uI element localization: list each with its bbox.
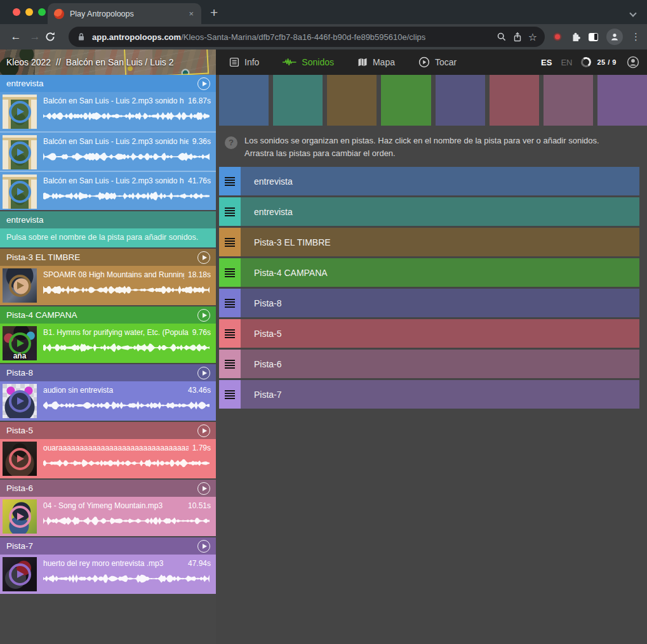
browser-menu-icon[interactable]: ⋮ bbox=[631, 31, 641, 43]
track-header[interactable]: entrevista bbox=[0, 75, 216, 92]
breadcrumb-project[interactable]: Kleos 2022 bbox=[6, 57, 51, 67]
track-color-swatch[interactable] bbox=[327, 75, 377, 126]
track-color-swatch[interactable] bbox=[273, 75, 323, 126]
waveform bbox=[43, 285, 210, 295]
forward-button[interactable]: → bbox=[25, 30, 44, 43]
zoom-window-button[interactable] bbox=[38, 8, 46, 16]
nav-label-sonidos: Sonidos bbox=[302, 57, 334, 67]
track-row[interactable]: Pista-6 bbox=[219, 350, 639, 378]
audio-clip[interactable]: ouaraaaaaaaaaaaaaaaaaaaaaaaaaaaaaaaaaa..… bbox=[0, 439, 216, 478]
drag-handle[interactable] bbox=[219, 380, 241, 409]
nav-item-tocar[interactable]: Tocar bbox=[418, 56, 457, 68]
track-name: Pista-5 bbox=[6, 426, 197, 435]
track-color-swatch[interactable] bbox=[219, 75, 269, 126]
drag-handle[interactable] bbox=[219, 350, 241, 378]
clip-thumbnail[interactable]: aña bbox=[3, 326, 37, 360]
zoom-page-icon[interactable] bbox=[497, 32, 507, 42]
track-header[interactable]: Pista-8 bbox=[0, 364, 216, 381]
clip-play-icon[interactable] bbox=[3, 95, 37, 129]
track-row[interactable]: Pista-5 bbox=[219, 319, 639, 348]
tab-search-chevron-icon[interactable] bbox=[629, 10, 636, 16]
side-panel-icon[interactable] bbox=[589, 33, 598, 41]
track-row-label: Pista-3 EL TIMBRE bbox=[254, 237, 331, 247]
clip-play-icon[interactable] bbox=[3, 384, 37, 418]
clip-thumbnail[interactable] bbox=[3, 442, 37, 476]
clip-thumbnail[interactable] bbox=[3, 174, 37, 209]
nav-item-sonidos[interactable]: Sonidos bbox=[283, 57, 334, 67]
track-play-button[interactable] bbox=[197, 482, 210, 495]
audio-clip[interactable]: huerto del rey moro entrevista .mp3 47.9… bbox=[0, 555, 216, 594]
sidebar-track-pista-4: Pista-4 CAMPANA aña B1. Hymns for purify… bbox=[0, 306, 216, 363]
track-color-swatch[interactable] bbox=[597, 75, 647, 126]
clip-duration: 41.76s bbox=[188, 176, 211, 185]
audio-clip[interactable]: SPOAMR 08 High Mountains and Running ...… bbox=[0, 266, 216, 305]
track-play-button[interactable] bbox=[197, 540, 210, 553]
track-header[interactable]: Pista-4 CAMPANA bbox=[0, 306, 216, 324]
nav-item-info[interactable]: Info bbox=[229, 57, 259, 67]
clip-thumbnail[interactable] bbox=[3, 557, 37, 591]
track-color-swatch[interactable] bbox=[381, 75, 430, 126]
audio-clip[interactable]: Balcón en San Luis - Luis 2.mp3 sonido h… bbox=[0, 171, 216, 210]
clip-play-icon[interactable] bbox=[3, 135, 37, 169]
clip-play-icon[interactable] bbox=[3, 442, 37, 476]
audio-clip[interactable]: 04 - Song of Yimeng Mountain.mp3 10.51s bbox=[0, 497, 216, 536]
track-header[interactable]: Pista-7 bbox=[0, 537, 216, 555]
track-header[interactable]: Pista-5 bbox=[0, 422, 216, 439]
tab-close-icon[interactable]: × bbox=[187, 9, 195, 18]
lang-toggle-en[interactable]: EN bbox=[561, 58, 572, 67]
track-play-button[interactable] bbox=[197, 367, 210, 379]
clip-thumbnail[interactable] bbox=[3, 268, 37, 303]
nav-item-mapa[interactable]: Mapa bbox=[357, 57, 395, 67]
track-play-button[interactable] bbox=[197, 251, 210, 264]
drag-handle[interactable] bbox=[219, 289, 241, 317]
new-tab-button[interactable]: + bbox=[210, 6, 218, 19]
drag-handle[interactable] bbox=[219, 197, 241, 226]
clip-thumbnail[interactable] bbox=[3, 135, 37, 169]
clip-thumbnail[interactable] bbox=[3, 95, 37, 129]
track-row[interactable]: Pista-7 bbox=[219, 380, 639, 409]
clip-play-icon[interactable] bbox=[3, 268, 37, 303]
track-play-button[interactable] bbox=[197, 77, 210, 90]
clip-play-icon[interactable] bbox=[3, 499, 37, 534]
audio-clip[interactable]: Balcón en San Luis - Luis 2.mp3 sonido h… bbox=[0, 92, 216, 131]
drag-handle[interactable] bbox=[219, 167, 241, 195]
lock-icon[interactable] bbox=[76, 32, 86, 42]
track-play-button[interactable] bbox=[197, 424, 210, 437]
clip-thumbnail[interactable] bbox=[3, 384, 37, 418]
close-window-button[interactable] bbox=[13, 8, 20, 16]
bookmark-star-icon[interactable]: ☆ bbox=[528, 31, 537, 43]
track-row[interactable]: entrevista bbox=[219, 167, 639, 195]
drag-handle[interactable] bbox=[219, 319, 241, 348]
track-color-swatch[interactable] bbox=[544, 75, 593, 126]
clip-play-icon[interactable] bbox=[3, 557, 37, 591]
track-color-swatch[interactable] bbox=[490, 75, 539, 126]
track-color-swatch[interactable] bbox=[436, 75, 485, 126]
track-header[interactable]: Pista-6 bbox=[0, 480, 216, 497]
track-row[interactable]: entrevista bbox=[219, 197, 639, 226]
audio-clip[interactable]: Balcón en San Luis - Luis 2.mp3 sonido h… bbox=[0, 131, 216, 171]
extensions-puzzle-icon[interactable] bbox=[570, 32, 580, 43]
reload-button[interactable] bbox=[44, 31, 63, 43]
drag-handle[interactable] bbox=[219, 228, 241, 256]
clip-play-icon[interactable] bbox=[3, 174, 37, 209]
drag-handle[interactable] bbox=[219, 258, 241, 287]
url-bar[interactable]: app.antropoloops.com/Kleos-Santa-Marina/… bbox=[69, 27, 545, 47]
share-icon[interactable] bbox=[512, 32, 523, 42]
track-row[interactable]: Pista-8 bbox=[219, 289, 639, 317]
back-button[interactable]: ← bbox=[6, 30, 25, 43]
minimize-window-button[interactable] bbox=[25, 8, 33, 16]
track-row[interactable]: Pista-3 EL TIMBRE bbox=[219, 228, 639, 256]
audio-clip[interactable]: aña B1. Hymns for purifying water, Etc. … bbox=[0, 324, 216, 363]
track-play-button[interactable] bbox=[197, 309, 210, 322]
record-extension-icon[interactable] bbox=[554, 33, 561, 41]
track-header[interactable]: Pista-3 EL TIMBRE bbox=[0, 249, 216, 266]
track-row-label: Pista-6 bbox=[254, 359, 282, 369]
track-row[interactable]: Pista-4 CAMPANA bbox=[219, 258, 639, 287]
audio-clip[interactable]: audion sin entrevista 43.46s bbox=[0, 381, 216, 421]
lang-toggle-es[interactable]: ES bbox=[541, 58, 552, 67]
clip-thumbnail[interactable] bbox=[3, 499, 37, 534]
account-button[interactable] bbox=[627, 56, 639, 69]
track-header[interactable]: entrevista bbox=[0, 211, 216, 228]
browser-tab[interactable]: Play Antropoloops × bbox=[48, 3, 201, 24]
profile-avatar[interactable] bbox=[606, 29, 623, 45]
